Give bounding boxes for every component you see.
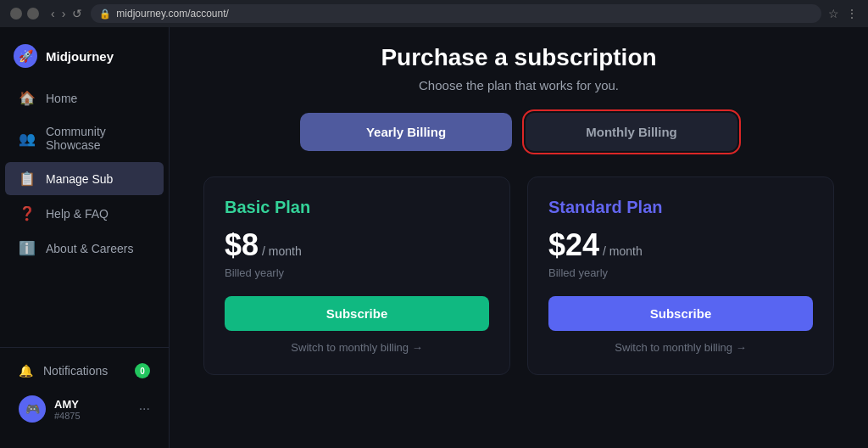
- sidebar-item-community[interactable]: 👥 Community Showcase: [5, 116, 164, 160]
- home-icon: 🏠: [19, 90, 36, 106]
- forward-btn[interactable]: [27, 8, 39, 20]
- back-arrow[interactable]: ‹: [49, 7, 57, 20]
- lock-icon: 🔒: [99, 8, 111, 20]
- basic-switch-link[interactable]: Switch to monthly billing →: [225, 341, 489, 354]
- about-icon: ℹ️: [19, 240, 36, 256]
- sidebar-item-help[interactable]: ❓ Help & FAQ: [5, 197, 164, 230]
- bookmark-icon[interactable]: ☆: [828, 7, 839, 20]
- standard-price-amount: $24: [548, 227, 599, 263]
- basic-plan-card: Basic Plan $8 / month Billed yearly Subs…: [203, 176, 510, 375]
- billing-toggle: Yearly Billing Monthly Billing: [203, 113, 834, 151]
- manage-sub-icon: 📋: [19, 171, 36, 187]
- sidebar-item-help-label: Help & FAQ: [46, 207, 108, 221]
- nav-arrows: ‹ › ↺: [49, 7, 84, 20]
- sidebar-nav: 🏠 Home 👥 Community Showcase 📋 Manage Sub…: [0, 81, 169, 347]
- sidebar-item-manage-sub[interactable]: 📋 Manage Sub: [5, 162, 164, 195]
- main-content: Purchase a subscription Choose the plan …: [170, 27, 868, 448]
- menu-icon[interactable]: ⋮: [846, 7, 858, 20]
- basic-plan-price: $8 / month: [225, 227, 489, 263]
- notifications-icon: 🔔: [19, 364, 33, 378]
- notifications-item[interactable]: 🔔 Notifications 0: [5, 355, 164, 387]
- sidebar-bottom: 🔔 Notifications 0 🎮 AMY #4875 ···: [0, 347, 169, 438]
- url-text: midjourney.com/account/: [116, 8, 229, 20]
- basic-price-period: / month: [262, 244, 302, 258]
- notifications-label: Notifications: [43, 364, 108, 378]
- sidebar-item-home[interactable]: 🏠 Home: [5, 81, 164, 115]
- logo-text: Midjourney: [46, 49, 114, 64]
- user-id: #4875: [54, 411, 131, 421]
- user-profile[interactable]: 🎮 AMY #4875 ···: [5, 387, 164, 431]
- standard-switch-link[interactable]: Switch to monthly billing →: [548, 341, 813, 354]
- standard-plan-card: Standard Plan $24 / month Billed yearly …: [527, 176, 834, 375]
- app-layout: 🚀 Midjourney 🏠 Home 👥 Community Showcase…: [0, 27, 868, 448]
- address-bar[interactable]: 🔒 midjourney.com/account/: [91, 4, 821, 23]
- user-name: AMY: [54, 398, 131, 411]
- sidebar-item-manage-sub-label: Manage Sub: [46, 172, 113, 186]
- basic-subscribe-button[interactable]: Subscribe: [225, 296, 489, 331]
- standard-billed-info: Billed yearly: [548, 266, 813, 279]
- standard-plan-name: Standard Plan: [548, 198, 813, 217]
- notifications-badge: 0: [135, 363, 150, 378]
- user-info: AMY #4875: [54, 398, 131, 421]
- browser-bar: ‹ › ↺ 🔒 midjourney.com/account/ ☆ ⋮: [0, 0, 868, 27]
- sidebar-item-community-label: Community Showcase: [46, 125, 150, 152]
- standard-plan-price: $24 / month: [548, 227, 813, 263]
- more-button[interactable]: ···: [139, 401, 150, 417]
- browser-controls: [10, 8, 39, 20]
- community-icon: 👥: [19, 131, 36, 147]
- page-subtitle: Choose the plan that works for you.: [203, 78, 834, 92]
- sidebar: 🚀 Midjourney 🏠 Home 👥 Community Showcase…: [0, 27, 170, 448]
- help-icon: ❓: [19, 205, 36, 221]
- basic-plan-name: Basic Plan: [225, 198, 489, 217]
- plans-grid: Basic Plan $8 / month Billed yearly Subs…: [203, 176, 834, 375]
- sidebar-item-about-label: About & Careers: [46, 242, 134, 255]
- yearly-billing-button[interactable]: Yearly Billing: [300, 113, 512, 151]
- standard-price-period: / month: [603, 244, 643, 258]
- reload-arrow[interactable]: ↺: [70, 7, 84, 20]
- browser-actions: ☆ ⋮: [828, 7, 858, 20]
- standard-subscribe-button[interactable]: Subscribe: [548, 296, 813, 331]
- basic-price-amount: $8: [225, 227, 259, 263]
- page-title: Purchase a subscription: [203, 44, 834, 71]
- forward-arrow[interactable]: ›: [60, 7, 68, 20]
- basic-billed-info: Billed yearly: [225, 266, 489, 279]
- back-btn[interactable]: [10, 8, 22, 20]
- sidebar-logo: 🚀 Midjourney: [0, 37, 169, 81]
- avatar: 🎮: [19, 395, 46, 423]
- sidebar-item-about[interactable]: ℹ️ About & Careers: [5, 232, 164, 265]
- sidebar-item-home-label: Home: [46, 92, 77, 105]
- monthly-billing-button[interactable]: Monthly Billing: [526, 113, 737, 151]
- logo-icon: 🚀: [14, 44, 37, 68]
